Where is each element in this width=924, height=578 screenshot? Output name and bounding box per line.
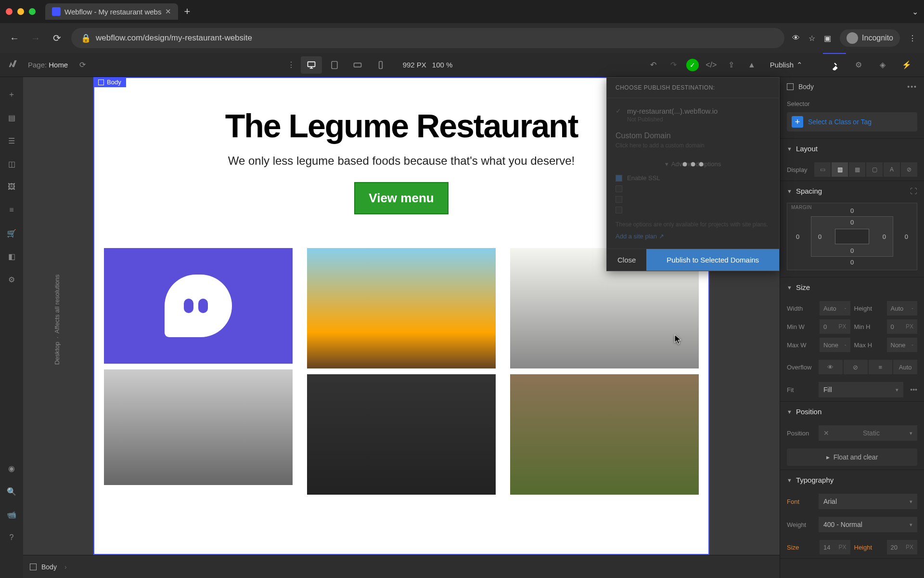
audit-ok-icon[interactable]: ✓ (686, 59, 699, 71)
display-grid-button[interactable]: ▦ (849, 162, 865, 177)
zoom-level[interactable]: 100 % (432, 61, 453, 69)
ecommerce-icon[interactable]: 🛒 (0, 222, 23, 245)
enable-ssl-row[interactable]: Enable SSL (616, 174, 770, 182)
back-button[interactable]: ← (8, 33, 21, 44)
overflow-scroll-button[interactable]: ≡ (869, 360, 893, 374)
add-class-icon[interactable]: + (792, 116, 803, 128)
redo-button[interactable]: ↷ (666, 57, 681, 73)
hero-title[interactable]: The Legume Restaurant (114, 107, 689, 144)
min-height-input[interactable]: 0PX (887, 319, 918, 334)
settings-tab[interactable]: ⚙ (847, 53, 870, 77)
pages-icon[interactable]: ☰ (0, 129, 23, 152)
spacing-editor[interactable]: MARGIN 0 0 0 0 PADDING 0 0 0 0 (787, 203, 917, 270)
weight-select[interactable]: 400 - Normal▾ (819, 517, 917, 532)
assets-icon[interactable]: 🖼 (0, 175, 23, 198)
tabs-menu-icon[interactable]: ⌄ (912, 7, 918, 16)
help-icon[interactable]: ? (0, 526, 23, 549)
checkbox-icon[interactable] (616, 175, 622, 182)
custom-domain-title[interactable]: Custom Domain (616, 131, 770, 140)
option-row[interactable] (616, 185, 770, 192)
selected-element-row[interactable]: Body ••• (780, 77, 924, 96)
overflow-visible-button[interactable]: 👁 (819, 360, 843, 374)
max-height-input[interactable]: None- (887, 338, 918, 352)
more-icon[interactable]: ••• (907, 83, 917, 91)
add-element-icon[interactable]: ＋ (0, 83, 23, 106)
display-none-button[interactable]: ⊘ (901, 162, 917, 177)
font-select[interactable]: Arial▾ (819, 494, 917, 509)
desktop-device-button[interactable] (301, 56, 322, 74)
checkbox-icon[interactable] (616, 207, 622, 213)
publish-button[interactable]: Publish ⌃ (764, 58, 808, 72)
browser-tab[interactable]: Webflow - My restaurant webs ✕ (45, 3, 178, 20)
tab-close-icon[interactable]: ✕ (165, 7, 171, 16)
body-selection-badge[interactable]: Body (93, 77, 126, 87)
width-input[interactable]: Auto- (820, 301, 850, 315)
code-export-icon[interactable]: </> (704, 57, 719, 73)
option-row[interactable] (616, 196, 770, 203)
mobile-portrait-button[interactable] (370, 56, 391, 74)
site-settings-icon[interactable]: ⚙ (0, 268, 23, 291)
checkbox-icon[interactable] (616, 196, 622, 203)
style-manager-tab[interactable]: ◈ (871, 53, 894, 77)
spacing-section-header[interactable]: ▼ Spacing ⛶ (780, 181, 924, 201)
height-input[interactable]: Auto- (887, 301, 918, 315)
audit-icon[interactable]: ◉ (0, 457, 23, 480)
breakpoint-menu-icon[interactable]: ⋮ (283, 57, 299, 73)
position-section-header[interactable]: ▼ Position (780, 402, 924, 421)
eye-off-icon[interactable]: 👁 (792, 34, 800, 42)
breadcrumb-body[interactable]: Body (41, 563, 57, 571)
interactions-tab[interactable]: ⚡ (895, 53, 918, 77)
browser-menu-icon[interactable]: ⋮ (909, 34, 916, 43)
position-select[interactable]: ✕ Static▾ (819, 425, 917, 441)
display-block-button[interactable]: ▭ (814, 162, 831, 177)
layout-section-header[interactable]: ▼ Layout (780, 139, 924, 158)
typography-section-header[interactable]: ▼ Typography (780, 470, 924, 490)
hero-subtitle[interactable]: We only less legume based foods because … (114, 154, 689, 168)
undo-button[interactable]: ↶ (646, 57, 661, 73)
reload-button[interactable]: ⟳ (50, 32, 64, 44)
max-width-input[interactable]: None- (820, 338, 850, 352)
tablet-device-button[interactable] (324, 56, 345, 74)
option-row[interactable] (616, 207, 770, 213)
new-tab-button[interactable]: + (184, 5, 190, 18)
preview-icon[interactable]: ▲ (744, 57, 759, 73)
navigator-icon[interactable]: ▤ (0, 106, 23, 129)
maximize-window-icon[interactable] (29, 8, 36, 15)
search-icon[interactable]: 🔍 (0, 480, 23, 503)
users-icon[interactable]: ◧ (0, 245, 23, 268)
star-icon[interactable]: ☆ (808, 34, 815, 43)
overflow-auto-button[interactable]: Auto (893, 360, 917, 374)
line-height-input[interactable]: 20PX (887, 540, 918, 554)
minimize-window-icon[interactable] (17, 8, 24, 15)
gallery-image[interactable] (104, 248, 293, 364)
float-clear-toggle[interactable]: ▸ Float and clear (787, 448, 917, 466)
breakpoint-width[interactable]: 992 PX (403, 61, 426, 69)
gallery-image[interactable] (510, 374, 699, 495)
fit-select[interactable]: Fill▾ (819, 382, 903, 397)
style-tab[interactable] (823, 53, 846, 77)
overflow-hidden-button[interactable]: ⊘ (844, 360, 868, 374)
gallery-image[interactable] (307, 374, 496, 495)
refresh-preview-icon[interactable]: ⟳ (75, 57, 90, 73)
gallery-image[interactable] (307, 248, 496, 368)
publish-domain-row[interactable]: ✓ my-restaurant(...).webflow.io Not Publ… (616, 107, 770, 123)
display-flex-button[interactable]: ▥ (832, 162, 848, 177)
display-inline-button[interactable]: A (884, 162, 900, 177)
extensions-icon[interactable]: ▣ (824, 34, 831, 43)
close-window-icon[interactable] (6, 8, 13, 15)
view-menu-button[interactable]: View menu (354, 182, 448, 214)
class-selector-input[interactable]: + Select a Class or Tag (787, 112, 917, 131)
font-size-input[interactable]: 14PX (820, 540, 850, 554)
mobile-landscape-button[interactable] (347, 56, 368, 74)
forward-button[interactable]: → (29, 33, 42, 44)
add-site-plan-link[interactable]: Add a site plan ↗ (616, 233, 664, 240)
publish-to-domains-button[interactable]: Publish to Selected Domains (646, 249, 779, 271)
gallery-image[interactable] (104, 369, 293, 485)
webflow-logo-icon[interactable] (6, 59, 18, 71)
incognito-badge[interactable]: Incognito (840, 29, 900, 47)
checkbox-icon[interactable] (616, 185, 622, 192)
display-inline-block-button[interactable]: ▢ (866, 162, 883, 177)
cms-icon[interactable]: ≡ (0, 198, 23, 222)
share-icon[interactable]: ⇪ (724, 57, 739, 73)
address-bar[interactable]: 🔒 webflow.com/design/my-restaurant-websi… (71, 28, 784, 48)
